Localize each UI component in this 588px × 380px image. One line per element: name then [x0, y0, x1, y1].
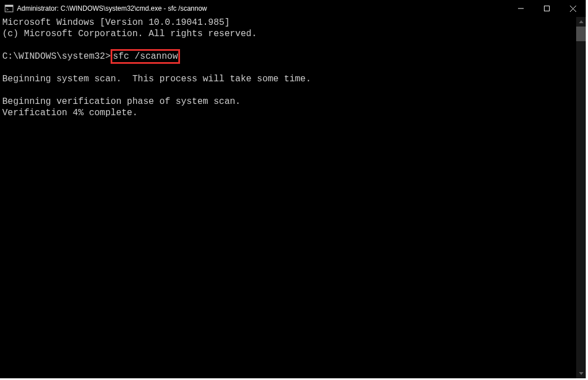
scroll-up-arrow-icon[interactable] — [576, 17, 586, 27]
terminal-output[interactable]: Microsoft Windows [Version 10.0.19041.98… — [0, 17, 576, 378]
scroll-track[interactable] — [576, 27, 586, 369]
output-line: (c) Microsoft Corporation. All rights re… — [2, 28, 576, 40]
cmd-window: >_ Administrator: C:\WINDOWS\system32\cm… — [0, 0, 586, 378]
output-line — [2, 85, 576, 96]
close-button[interactable] — [560, 0, 586, 17]
prompt-line: C:\WINDOWS\system32>sfc /scannow — [2, 51, 576, 62]
titlebar[interactable]: >_ Administrator: C:\WINDOWS\system32\cm… — [0, 0, 586, 17]
scroll-down-arrow-icon[interactable] — [576, 369, 586, 378]
svg-marker-8 — [579, 372, 583, 375]
vertical-scrollbar[interactable] — [576, 17, 586, 378]
maximize-button[interactable] — [534, 0, 560, 17]
output-line: Verification 4% complete. — [2, 107, 576, 119]
prompt-path: C:\WINDOWS\system32> — [2, 51, 111, 62]
svg-rect-4 — [545, 6, 550, 11]
cmd-icon: >_ — [5, 4, 14, 13]
window-title: Administrator: C:\WINDOWS\system32\cmd.e… — [17, 5, 207, 12]
terminal-area: Microsoft Windows [Version 10.0.19041.98… — [0, 17, 586, 378]
scroll-thumb[interactable] — [576, 27, 586, 41]
svg-text:>_: >_ — [6, 7, 11, 12]
output-line: Beginning verification phase of system s… — [2, 96, 576, 107]
output-line: Beginning system scan. This process will… — [2, 73, 576, 85]
output-line — [2, 40, 576, 51]
output-line: Microsoft Windows [Version 10.0.19041.98… — [2, 17, 576, 28]
output-line — [2, 62, 576, 73]
highlighted-command: sfc /scannow — [111, 49, 180, 64]
svg-marker-7 — [579, 20, 583, 23]
minimize-button[interactable] — [508, 0, 534, 17]
svg-rect-1 — [5, 5, 13, 7]
